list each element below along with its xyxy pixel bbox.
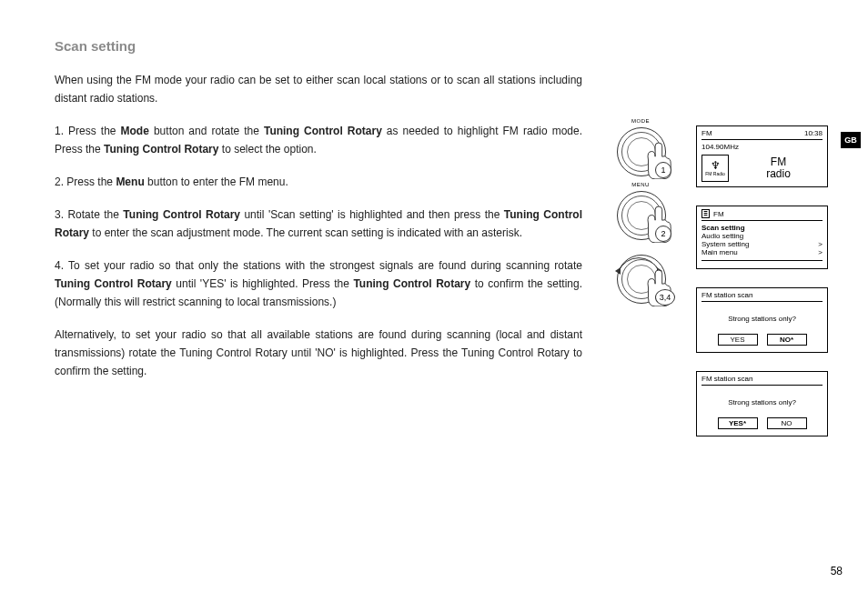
step-4: 4. To set your radio so that only the st…	[55, 256, 582, 311]
section-heading: Scan setting	[55, 38, 136, 54]
option-no: NO*	[767, 334, 807, 346]
menu-item-audio-setting: Audio setting	[701, 232, 823, 240]
screens-column: FM 10:38 104.90MHz ♆ FM Radio FMradio ≣ …	[696, 125, 828, 455]
dial-menu: MENU 2	[617, 191, 664, 238]
screen-header: FM station scan	[701, 375, 823, 383]
diagram-column: MODE 1 MENU 2 3,4	[600, 127, 681, 318]
antenna-icon: ♆	[711, 160, 721, 171]
intro-paragraph: When using the FM mode your radio can be…	[55, 71, 582, 107]
clock: 10:38	[804, 129, 823, 137]
language-tab: GB	[841, 132, 861, 148]
step-badge: 1	[655, 162, 671, 178]
screen-fm-menu: ≣ FM Scan setting Audio setting System s…	[696, 206, 828, 269]
option-yes: YES*	[718, 417, 758, 429]
body-text: When using the FM mode your radio can be…	[55, 71, 582, 395]
screen-scan-yes-selected: FM station scan Strong stations only? YE…	[696, 371, 828, 436]
step-1: 1. Press the Mode button and rotate the …	[55, 122, 582, 158]
dial-mode: MODE 1	[617, 127, 664, 175]
step-badge: 2	[655, 226, 671, 242]
prompt-text: Strong stations only?	[701, 398, 823, 406]
dial-rotary: 3,4	[617, 255, 664, 302]
chevron-right-icon: >	[818, 248, 823, 256]
menu-item-main-menu: Main menu>	[701, 248, 823, 256]
menu-item-scan-setting: Scan setting	[701, 224, 823, 232]
menu-item-system-setting: System setting>	[701, 240, 823, 248]
mode-title: FMradio	[734, 156, 823, 180]
band-label: FM	[701, 129, 712, 137]
dial-label: MENU	[617, 182, 664, 187]
menu-header: FM	[713, 210, 823, 218]
chevron-right-icon: >	[818, 240, 823, 248]
option-no: NO	[767, 417, 807, 429]
alt-paragraph: Alternatively, to set your radio so that…	[55, 326, 582, 380]
list-icon: ≣	[701, 209, 710, 218]
frequency: 104.90MHz	[701, 143, 823, 151]
prompt-text: Strong stations only?	[701, 315, 823, 323]
screen-fm-playing: FM 10:38 104.90MHz ♆ FM Radio FMradio	[696, 125, 828, 187]
screen-header: FM station scan	[701, 291, 823, 299]
fm-radio-icon: ♆ FM Radio	[701, 155, 729, 182]
page-number: 58	[831, 565, 843, 577]
dial-label: MODE	[617, 118, 664, 124]
option-yes: YES	[718, 334, 758, 346]
step-badge: 3,4	[655, 289, 675, 306]
screen-scan-no-selected: FM station scan Strong stations only? YE…	[696, 287, 828, 353]
step-2: 2. Press the Menu button to enter the FM…	[55, 173, 582, 191]
step-3: 3. Rotate the Tuning Control Rotary unti…	[55, 206, 582, 242]
